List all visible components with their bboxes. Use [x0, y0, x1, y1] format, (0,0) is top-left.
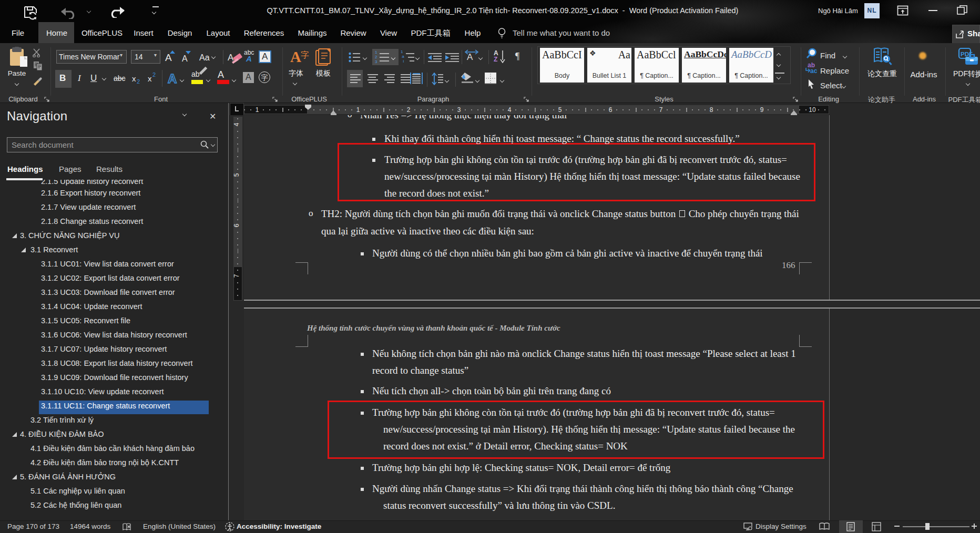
svg-text:A: A [168, 71, 177, 86]
svg-text:PDF: PDF [961, 51, 973, 57]
